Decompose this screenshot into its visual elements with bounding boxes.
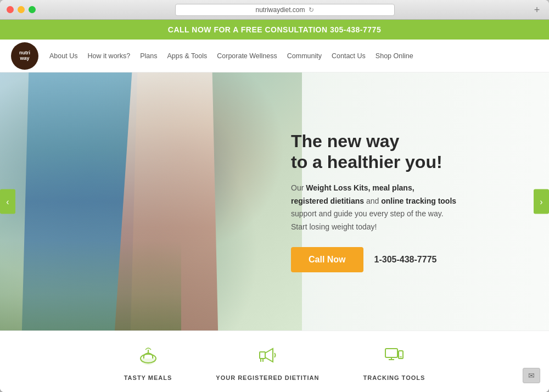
nav-item-howitworks[interactable]: How it works? <box>87 52 130 60</box>
mail-icon-button[interactable]: ✉ <box>523 368 540 383</box>
nav-links: About Us How it works? Plans Apps & Tool… <box>49 52 413 60</box>
next-slide-button[interactable]: › <box>534 189 549 214</box>
hero-description: Our Weight Loss Kits, meal plans, regist… <box>291 182 522 234</box>
svg-rect-8 <box>399 351 403 359</box>
bold-tools: online tracking tools <box>381 197 456 205</box>
feature-label-meals: TASTY MEALS <box>124 374 172 381</box>
banner-text: CALL NOW FOR A FREE CONSULTATION 305-438… <box>168 25 381 34</box>
refresh-icon[interactable]: ↻ <box>309 6 314 14</box>
feature-dietitian: YOUR REGISTERED DIETITIAN <box>216 344 319 381</box>
prev-slide-button[interactable]: ‹ <box>0 189 15 214</box>
kitchen-overlay <box>0 240 181 331</box>
hero-content: The new way to a healthier you! Our Weig… <box>291 131 522 272</box>
bowl-icon <box>137 344 159 369</box>
feature-label-tracking: TRACKING TOOLS <box>363 374 425 381</box>
mail-icon: ✉ <box>528 371 535 380</box>
nav-item-plans[interactable]: Plans <box>140 52 157 60</box>
features-section: TASTY MEALS YOUR REGISTERED DIETITIAN <box>0 331 549 392</box>
hero-title: The new way to a healthier you! <box>291 131 522 173</box>
feature-tracking: TRACKING TOOLS <box>363 344 425 381</box>
nav-item-contact[interactable]: Contact Us <box>332 52 366 60</box>
url-text: nutriwaydiet.com <box>255 6 305 14</box>
minimize-button[interactable] <box>18 6 25 13</box>
nav-item-about[interactable]: About Us <box>49 52 77 60</box>
devices-icon <box>383 344 405 369</box>
maximize-button[interactable] <box>29 6 36 13</box>
website-content: CALL NOW FOR A FREE CONSULTATION 305-438… <box>0 20 549 392</box>
nav-item-shop[interactable]: Shop Online <box>376 52 413 60</box>
nav-item-apps[interactable]: Apps & Tools <box>167 52 208 60</box>
address-bar[interactable]: nutriwaydiet.com ↻ <box>175 4 395 16</box>
navbar: nutri way About Us How it works? Plans A… <box>0 40 549 72</box>
top-banner: CALL NOW FOR A FREE CONSULTATION 305-438… <box>0 20 549 40</box>
svg-rect-5 <box>385 349 397 357</box>
nav-item-corporate[interactable]: Corporate Wellness <box>217 52 277 60</box>
call-now-button[interactable]: Call Now <box>291 247 363 272</box>
feature-label-dietitian: YOUR REGISTERED DIETITIAN <box>216 374 319 381</box>
nav-item-community[interactable]: Community <box>287 52 322 60</box>
browser-buttons <box>7 6 36 13</box>
hero-cta: Call Now 1-305-438-7775 <box>291 247 522 272</box>
hero-people-image <box>0 72 302 331</box>
browser-window: nutriwaydiet.com ↻ + CALL NOW FOR A FREE… <box>0 0 549 392</box>
logo-text: nutri way <box>19 51 30 61</box>
close-button[interactable] <box>7 6 14 13</box>
logo[interactable]: nutri way <box>11 42 38 70</box>
megaphone-icon <box>256 344 278 369</box>
new-tab-button[interactable]: + <box>531 4 542 15</box>
browser-titlebar: nutriwaydiet.com ↻ + <box>0 0 549 20</box>
feature-tasty-meals: TASTY MEALS <box>124 344 172 381</box>
phone-number: 1-305-438-7775 <box>374 255 437 265</box>
hero-section: ‹ › The new way to a healthier you! Our … <box>0 72 549 331</box>
svg-rect-2 <box>260 352 265 359</box>
